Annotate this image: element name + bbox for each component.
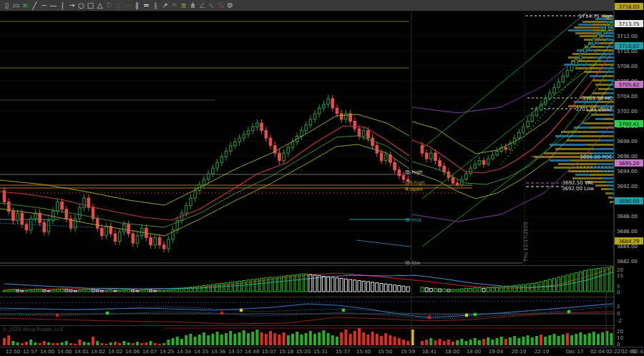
signal-dot [474, 313, 477, 317]
chart-canvas[interactable]: 3714.75 High3703.38 MC3701.93 VWAP3696.0… [0, 0, 644, 356]
profile-row [594, 148, 614, 150]
extended-line-icon[interactable]: — [49, 0, 58, 11]
flag-icon[interactable]: ⚑ [170, 0, 179, 11]
pencil-icon[interactable]: ╱ [30, 0, 39, 11]
equals-channel-icon[interactable]: = [142, 0, 151, 11]
retracement-icon[interactable]: % [216, 0, 225, 11]
volume-bar [194, 337, 197, 345]
measure-icon[interactable]: ▭ [11, 0, 21, 11]
candle-body [291, 142, 294, 147]
volume-bar [540, 335, 542, 345]
volume-bar [238, 332, 241, 345]
pitchfork-icon[interactable]: ⋔ [188, 0, 197, 11]
candle-body [123, 224, 126, 232]
signal-dot [342, 309, 346, 312]
profile-row [595, 56, 614, 59]
region-vertical-icon[interactable]: ▯ [114, 0, 123, 11]
candle-body [154, 237, 157, 245]
volume-bar [535, 336, 538, 345]
volume-bar [439, 339, 441, 345]
candle-body [21, 213, 24, 224]
volume-bar [269, 331, 272, 345]
volume-bar [43, 341, 46, 345]
volume-bar [434, 340, 436, 345]
volume-bar [429, 338, 432, 345]
volume-bar [601, 332, 604, 345]
line-segment-icon[interactable]: − [39, 0, 49, 11]
profile-row [608, 114, 614, 116]
parallel-lines-icon[interactable]: ∥ [132, 0, 142, 11]
price-axis[interactable] [614, 0, 644, 347]
candle-body [136, 236, 139, 244]
volume-bar [579, 332, 582, 345]
ellipse-icon[interactable]: ○ [77, 0, 86, 11]
chart-label: 3696.00 POC [580, 154, 613, 160]
gann-angle-icon[interactable]: ∠ [197, 0, 207, 11]
candle-body [380, 153, 383, 161]
profile-row [590, 174, 614, 176]
profile-row [605, 181, 614, 183]
volume-bar [597, 334, 600, 345]
candle-body [83, 198, 86, 207]
ray-icon[interactable]: → [67, 0, 77, 11]
vertical-line-icon[interactable]: | [58, 0, 67, 11]
volume-bar [362, 332, 365, 345]
volume-bar [100, 343, 103, 345]
candle-body [367, 131, 370, 139]
bars-icon[interactable]: ≡ [21, 0, 30, 11]
volume-bar [189, 334, 192, 345]
trash-icon[interactable]: ▯ [2, 0, 11, 11]
region-horizontal-icon[interactable]: ▭ [123, 0, 132, 11]
volume-bar [96, 341, 99, 345]
channel-icon[interactable]: ≣ [179, 0, 188, 11]
volume-bar [491, 340, 494, 345]
volume-bar [478, 340, 481, 345]
arrow-ne-icon[interactable]: ↗ [160, 0, 170, 11]
wave-icon[interactable]: ∿ [207, 0, 216, 11]
candle-body [345, 114, 348, 119]
freehand-icon[interactable]: ♡ [104, 0, 114, 11]
candle-body [527, 122, 530, 127]
candle-body [203, 179, 205, 185]
volume-bar [296, 332, 298, 345]
candle-body [269, 138, 272, 146]
triangle-icon[interactable]: △ [95, 0, 104, 11]
candle-body [394, 162, 396, 170]
time-axis[interactable] [0, 347, 644, 356]
candle-body [553, 87, 556, 93]
volume-bar [255, 330, 258, 345]
candle-body [478, 161, 481, 164]
candle-body [260, 123, 263, 131]
candle-body [132, 234, 135, 243]
candle-body [434, 153, 437, 161]
volume-bar [118, 343, 121, 345]
volume-bar [553, 334, 556, 345]
candle-body [34, 213, 37, 219]
hatch-icon[interactable]: ∥ [151, 0, 160, 11]
candle-body [465, 174, 468, 179]
volume-bar [136, 342, 139, 345]
volume-bar [610, 333, 613, 345]
volume-bar [376, 334, 379, 345]
volume-bar [300, 335, 303, 345]
profile-row [602, 67, 614, 69]
candle-body [318, 108, 321, 114]
volume-bar [251, 332, 254, 345]
candle-body [496, 152, 499, 155]
profile-row [601, 60, 614, 62]
volume-bar [16, 342, 19, 345]
volume-bar [132, 343, 135, 345]
volume-bar [265, 334, 268, 345]
volume-bar [65, 341, 68, 345]
volume-bar [447, 340, 450, 345]
volume-bar [83, 342, 86, 345]
candle-body [439, 161, 441, 167]
volume-bar [140, 343, 143, 345]
chart-label: OR-high [405, 180, 425, 186]
chart-label: R-open [405, 187, 423, 192]
rectangle-icon[interactable]: □ [86, 0, 95, 11]
profile-row [605, 71, 614, 73]
candle-body [212, 168, 215, 174]
candle-body [39, 213, 42, 222]
gear-icon[interactable]: ⚙ [225, 0, 235, 11]
